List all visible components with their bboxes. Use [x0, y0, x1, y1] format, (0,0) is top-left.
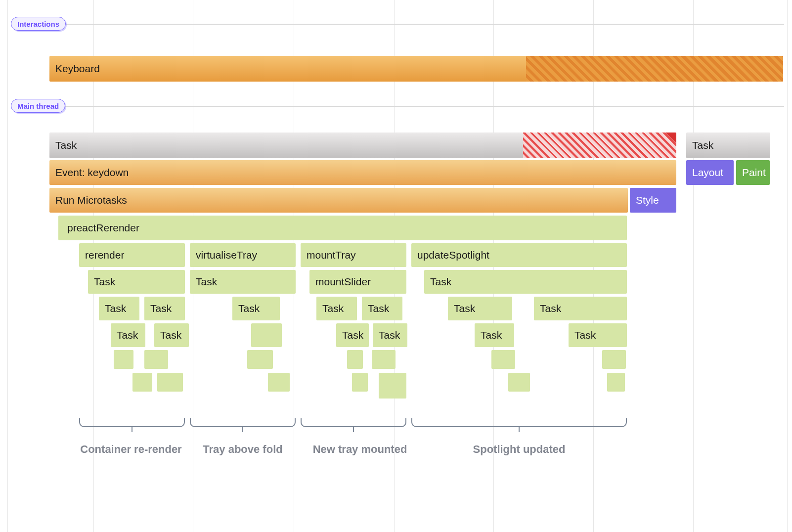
bar-label: Task: [322, 303, 344, 314]
bar-label: Task: [105, 303, 126, 314]
track-badge-interactions[interactable]: Interactions: [11, 17, 66, 31]
interaction-bar-keyboard[interactable]: Keyboard: [49, 56, 783, 82]
bar-label: Task: [481, 329, 502, 341]
flame-bar[interactable]: [132, 373, 152, 392]
flame-bar[interactable]: [114, 350, 133, 369]
bar-label: Task: [368, 303, 389, 314]
bar-label: Task: [379, 329, 400, 341]
bar-label: preactRerender: [67, 222, 139, 234]
flame-bar[interactable]: [379, 373, 406, 399]
bar-label: Task: [430, 276, 451, 288]
warning-triangle-icon: [665, 133, 676, 143]
bar-label: Task: [454, 303, 475, 314]
flame-bar-task[interactable]: Task: [424, 270, 627, 294]
flame-bar[interactable]: [508, 373, 530, 392]
bar-label: Style: [636, 194, 659, 206]
flame-bar-task[interactable]: Task: [475, 323, 514, 347]
bar-label: Keyboard: [55, 63, 100, 75]
flame-bar-task[interactable]: Task: [190, 270, 296, 294]
annotation-brace: [411, 418, 627, 427]
bar-label: Layout: [692, 167, 723, 178]
track-label: Main thread: [17, 102, 59, 110]
flame-bar[interactable]: [144, 350, 168, 369]
flame-bar-task[interactable]: Task: [534, 297, 627, 320]
flame-bar-preact-rerender[interactable]: preactRerender: [58, 216, 627, 240]
bar-label: Run Microtasks: [55, 194, 127, 206]
flame-bar[interactable]: [157, 373, 183, 392]
flame-bar-task[interactable]: Task: [336, 323, 369, 347]
gridline: [787, 0, 788, 532]
bar-label: Task: [94, 276, 115, 288]
flame-bar-rerender[interactable]: rerender: [79, 243, 185, 267]
bar-label: Task: [342, 329, 363, 341]
gridline: [7, 0, 8, 532]
annotation-label: Tray above fold: [190, 443, 296, 456]
annotation-brace: [190, 418, 296, 427]
flame-bar-task-long[interactable]: Task: [49, 133, 676, 158]
annotation-brace: [301, 418, 406, 427]
flame-bar-task[interactable]: Task: [111, 323, 145, 347]
flame-bar[interactable]: [491, 350, 515, 369]
flame-bar-task[interactable]: Task: [373, 323, 407, 347]
flame-bar-task[interactable]: Task: [448, 297, 512, 320]
annotation-label: Container re-render: [57, 443, 205, 456]
interaction-hatched-region: [526, 56, 783, 82]
flame-bar-task[interactable]: Task: [154, 323, 189, 347]
bar-label: Task: [55, 139, 77, 151]
bar-label: virtualiseTray: [196, 249, 257, 261]
bar-label: Task: [540, 303, 561, 314]
flame-bar[interactable]: [268, 373, 290, 392]
bar-label: Task: [196, 276, 217, 288]
flame-bar-mount-slider[interactable]: mountSlider: [309, 270, 406, 294]
flame-bar[interactable]: [602, 350, 626, 369]
track-label: Interactions: [17, 20, 59, 28]
bar-label: mountSlider: [315, 276, 371, 288]
bar-label: rerender: [85, 249, 124, 261]
flame-bar[interactable]: [372, 350, 396, 369]
flame-bar-task[interactable]: Task: [316, 297, 357, 320]
flame-bar-task[interactable]: Task: [144, 297, 185, 320]
bar-label: Task: [160, 329, 181, 341]
flame-bar-layout[interactable]: Layout: [686, 160, 734, 185]
annotation-label: Spotlight updated: [411, 443, 627, 456]
flame-bar-task[interactable]: [251, 323, 282, 347]
bar-label: Paint: [742, 167, 766, 178]
bar-label: Task: [574, 329, 596, 341]
flame-bar[interactable]: [352, 373, 368, 392]
flame-bar-paint[interactable]: Paint: [736, 160, 770, 185]
flame-bar-mount-tray[interactable]: mountTray: [301, 243, 406, 267]
annotation-label: New tray mounted: [301, 443, 419, 456]
track-badge-main-thread[interactable]: Main thread: [11, 99, 65, 113]
flame-bar[interactable]: [247, 350, 273, 369]
track-divider-main: [56, 106, 784, 107]
flame-chart: Interactions Keyboard Main thread Task T…: [0, 0, 792, 532]
track-divider-interactions: [56, 24, 784, 25]
flame-bar-update-spotlight[interactable]: updateSpotlight: [411, 243, 627, 267]
flame-bar-task[interactable]: Task: [99, 297, 139, 320]
bar-label: updateSpotlight: [417, 249, 489, 261]
flame-bar-task[interactable]: Task: [569, 323, 627, 347]
flame-bar-task[interactable]: Task: [232, 297, 280, 320]
flame-bar-task[interactable]: Task: [362, 297, 402, 320]
annotation-brace: [79, 418, 185, 427]
bar-label: Task: [238, 303, 260, 314]
bar-label: Task: [150, 303, 172, 314]
bar-label: Event: keydown: [55, 167, 129, 178]
flame-bar-task[interactable]: Task: [686, 133, 770, 158]
flame-bar-event-keydown[interactable]: Event: keydown: [49, 160, 676, 185]
flame-bar-virtualise-tray[interactable]: virtualiseTray: [190, 243, 296, 267]
flame-bar-run-microtasks[interactable]: Run Microtasks: [49, 188, 628, 213]
bar-label: Task: [117, 329, 138, 341]
flame-bar[interactable]: [347, 350, 363, 369]
flame-bar-task[interactable]: Task: [88, 270, 185, 294]
bar-label: mountTray: [307, 249, 356, 261]
flame-bar[interactable]: [607, 373, 625, 392]
bar-label: Task: [692, 139, 713, 151]
flame-bar-style[interactable]: Style: [630, 188, 676, 213]
task-over-budget-region: [523, 133, 676, 158]
